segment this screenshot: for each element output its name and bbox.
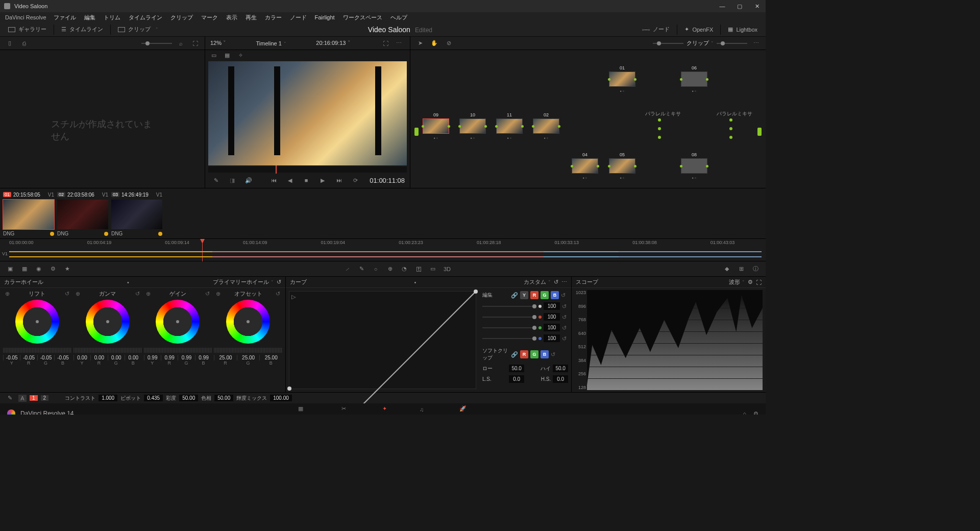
view-grid-icon[interactable]: ▦: [222, 50, 233, 60]
timeline-toggle[interactable]: ☰タイムライン: [57, 23, 107, 36]
node-size-slider[interactable]: [717, 43, 747, 44]
sat-value[interactable]: 50.00: [179, 395, 198, 401]
wheel-value[interactable]: -0.05: [54, 355, 71, 360]
wheel-value[interactable]: -0.05: [37, 355, 54, 360]
intensity-r[interactable]: 100: [544, 313, 560, 321]
reset-g-icon[interactable]: ↺: [562, 325, 568, 331]
channel-g-btn[interactable]: G: [541, 291, 549, 299]
softclip-link-icon[interactable]: 🔗: [511, 351, 518, 358]
wheel-reset-icon[interactable]: ↺: [205, 291, 210, 297]
curves-icon[interactable]: ⟋: [342, 264, 352, 274]
tab-color[interactable]: ✦カラー: [379, 405, 394, 415]
curve-point-white[interactable]: [474, 289, 478, 294]
wheel-value[interactable]: 0.99: [195, 355, 212, 360]
wheel-value[interactable]: 0.99: [144, 355, 161, 360]
wheel-value[interactable]: 0.99: [178, 355, 194, 360]
nodes-pane[interactable]: 01▪ ◦06▪ ◦09▪ ◦10▪ ◦11▪ ◦02▪ ◦04▪ ◦05▪ ◦…: [410, 50, 766, 188]
node-02[interactable]: 02▪ ◦: [533, 112, 559, 140]
hand-icon[interactable]: ✋: [429, 38, 440, 49]
playhead[interactable]: [202, 239, 203, 261]
menu-file[interactable]: ファイル: [51, 14, 79, 21]
curve-point-black[interactable]: [287, 387, 291, 391]
minimize-button[interactable]: —: [714, 0, 731, 12]
rgb-mixer-icon[interactable]: ⚙: [48, 264, 58, 274]
stills-icon[interactable]: ⎙: [18, 38, 30, 49]
high-value[interactable]: 50.0: [553, 365, 568, 372]
step-back-icon[interactable]: ◀: [284, 175, 296, 185]
loop-icon[interactable]: ⟳: [350, 175, 361, 185]
clip-segment-1[interactable]: [9, 251, 212, 257]
clip-segment-3[interactable]: [544, 251, 619, 257]
menu-edit[interactable]: 編集: [81, 14, 99, 21]
node-options-icon[interactable]: ⋯: [750, 38, 762, 49]
node-05[interactable]: 05▪ ◦: [609, 152, 635, 180]
reset-y-icon[interactable]: ↺: [562, 303, 568, 309]
menu-node[interactable]: ノード: [287, 14, 310, 21]
master-wheel[interactable]: [3, 348, 71, 353]
tracker-icon[interactable]: ⊕: [385, 264, 395, 274]
wheel-reset-icon[interactable]: ↺: [135, 291, 140, 297]
edit-reset-icon[interactable]: ↺: [561, 292, 567, 298]
curves-reset-icon[interactable]: ↺: [554, 279, 558, 285]
scopes-icon[interactable]: ⊞: [736, 264, 746, 274]
sc-r-btn[interactable]: R: [520, 350, 528, 358]
key-icon[interactable]: ⚿: [413, 264, 424, 274]
clips-dropdown[interactable]: クリップ: [687, 39, 714, 47]
reset-r-icon[interactable]: ↺: [562, 314, 568, 320]
mini-timeline[interactable]: 01:00:00:0001:00:04:1901:00:09:1401:00:1…: [0, 239, 766, 261]
node-04[interactable]: 04▪ ◦: [572, 152, 598, 180]
audio-icon[interactable]: 🔊: [243, 175, 254, 185]
search-icon[interactable]: ⌕: [175, 38, 186, 49]
sc-reset-icon[interactable]: ↺: [551, 351, 557, 357]
menu-view[interactable]: 表示: [223, 14, 240, 21]
wheel-reset-icon[interactable]: ↺: [65, 291, 69, 297]
curves-options-icon[interactable]: ⋯: [561, 279, 567, 285]
scope-settings-icon[interactable]: ⚙: [748, 279, 753, 285]
channel-r-btn[interactable]: R: [530, 291, 538, 299]
view-wand-icon[interactable]: ✧: [235, 50, 246, 60]
channel-y-btn[interactable]: Y: [520, 291, 528, 299]
blur-icon[interactable]: ◔: [399, 264, 409, 274]
wheel-value[interactable]: 0.00: [108, 355, 125, 360]
view-single-icon[interactable]: ▭: [208, 50, 219, 60]
ls-value[interactable]: 0.0: [509, 375, 524, 383]
timeline-name[interactable]: Timeline 1: [256, 40, 286, 46]
color-wheel[interactable]: [156, 300, 200, 344]
page-2-btn[interactable]: 2: [41, 395, 49, 401]
wheel-value[interactable]: 0.00: [74, 355, 90, 360]
contrast-value[interactable]: 1.000: [99, 395, 117, 401]
master-wheel[interactable]: [74, 348, 142, 353]
lightbox-toggle[interactable]: ▦Lightbox: [724, 23, 762, 36]
clip-segment-2[interactable]: [212, 251, 544, 257]
picker-a-icon[interactable]: A: [18, 395, 27, 402]
scope-mode[interactable]: 波形: [729, 278, 745, 286]
viewer-zoom[interactable]: 12% ˅: [210, 40, 226, 46]
output-bar[interactable]: [757, 128, 762, 136]
color-wheel[interactable]: [86, 300, 130, 344]
node-06[interactable]: 06▪ ◦: [681, 65, 707, 93]
wheel-value[interactable]: 0.00: [90, 355, 107, 360]
nodes-toggle[interactable]: ◦─◦ノード: [638, 23, 674, 36]
bypass-icon[interactable]: ⛶: [380, 38, 391, 49]
clips-toggle[interactable]: クリップ: [114, 23, 162, 36]
wheel-value[interactable]: 25.00: [259, 355, 282, 360]
stop-icon[interactable]: ■: [301, 175, 312, 185]
pivot-value[interactable]: 0.435: [144, 395, 163, 401]
intensity-b[interactable]: 100: [544, 334, 560, 342]
intensity-y[interactable]: 100: [544, 302, 560, 310]
reset-b-icon[interactable]: ↺: [562, 335, 568, 342]
menu-playback[interactable]: 再生: [242, 14, 260, 21]
thumb-size-slider[interactable]: [141, 43, 172, 44]
keyframes-icon[interactable]: ◆: [722, 264, 732, 274]
picker-icon[interactable]: ✎: [210, 175, 222, 185]
auto-icon[interactable]: ✎: [4, 393, 15, 403]
master-wheel[interactable]: [214, 348, 282, 353]
reset-icon[interactable]: ↺: [277, 279, 281, 285]
wheel-value[interactable]: 25.00: [214, 355, 237, 360]
wheel-value[interactable]: -0.05: [20, 355, 37, 360]
link-icon[interactable]: 🔗: [511, 292, 518, 299]
wheel-value[interactable]: 25.00: [237, 355, 260, 360]
node-09[interactable]: 09▪ ◦: [423, 112, 449, 140]
parallel-mixer-1[interactable]: [657, 116, 662, 141]
source-bar[interactable]: [414, 128, 419, 136]
